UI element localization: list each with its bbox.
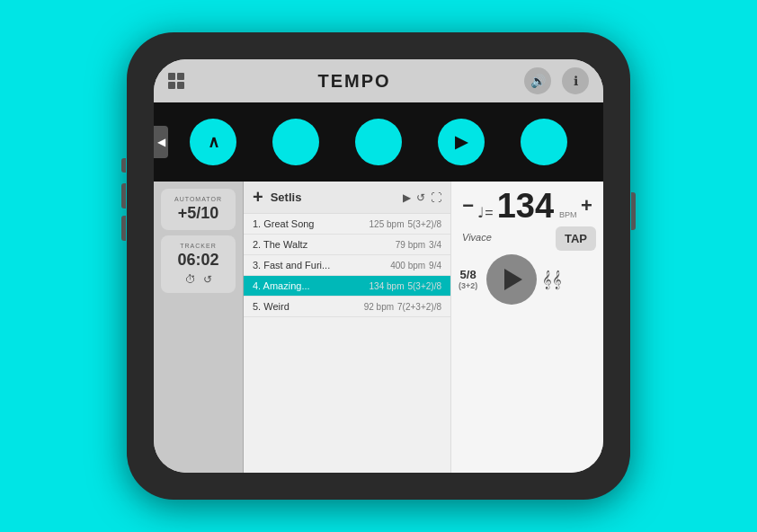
list-item[interactable]: 2. The Waltz 79 bpm 3/4 [244, 235, 450, 255]
tracker-icons: ⏱ ↺ [185, 273, 212, 286]
item-3-meter: 9/4 [429, 261, 441, 270]
bpm-label: BPM [559, 210, 577, 219]
menu-icon[interactable] [168, 73, 184, 89]
dot-1-icon: ∧ [208, 132, 219, 152]
item-3-bpm: 400 bpm [390, 261, 425, 270]
tempo-panel: − ♩= 134 BPM + Vivace TAP 5/8 (3+2) [450, 182, 603, 473]
bpm-center: ♩= 134 BPM [477, 189, 576, 223]
dot-4[interactable]: ▶ [438, 119, 485, 165]
automator-section: AUTOMATOR +5/10 [161, 189, 236, 230]
tracker-value: 06:02 [177, 251, 218, 270]
shuffle-icon[interactable]: ↺ [416, 191, 425, 204]
dot-4-icon: ▶ [455, 132, 468, 152]
setlist-add-button[interactable]: + [253, 187, 263, 208]
top-bar: TEMPO 🔊 ℹ [154, 59, 603, 102]
reset-icon[interactable]: ↺ [203, 273, 212, 286]
phone-frame: TEMPO 🔊 ℹ ◀ ∧ ▶ AUTOMATOR [127, 32, 630, 500]
list-item[interactable]: 5. Weird 92 bpm 7(2+3+2)/8 [244, 297, 450, 317]
dots-area: ◀ ∧ ▶ [154, 102, 603, 182]
list-item[interactable]: 3. Fast and Furi... 400 bpm 9/4 [244, 255, 450, 276]
item-2-meter: 3/4 [429, 240, 441, 250]
dot-3[interactable] [355, 119, 402, 165]
volume-button-up[interactable] [121, 183, 126, 208]
tempo-bottom: 5/8 (3+2) 𝄞𝄞 [459, 254, 596, 305]
left-panel: AUTOMATOR +5/10 TRACKER 06:02 ⏱ ↺ [154, 182, 244, 473]
automator-label: AUTOMATOR [174, 196, 222, 202]
setlist-panel: + Setlis ▶ ↺ ⛶ 1. Great Song 125 bpm 5(3… [244, 182, 450, 473]
tap-button[interactable]: TAP [556, 226, 596, 251]
bpm-number: 134 [497, 189, 554, 223]
meter-top: 5/8 [460, 268, 476, 282]
list-item[interactable]: 1. Great Song 125 bpm 5(3+2)/8 [244, 214, 450, 235]
play-button[interactable] [486, 254, 537, 305]
item-1-meter: 5(3+2)/8 [407, 219, 441, 229]
play-triangle-icon [504, 269, 522, 290]
item-4-name: 4. Amazing... [253, 280, 366, 291]
rhythm-icon[interactable]: 𝄞𝄞 [542, 270, 562, 289]
meter-bottom: (3+2) [459, 281, 477, 291]
expand-icon[interactable]: ⛶ [431, 191, 441, 204]
tracker-label: TRACKER [180, 243, 216, 249]
screen: TEMPO 🔊 ℹ ◀ ∧ ▶ AUTOMATOR [154, 59, 603, 473]
meter-display: 5/8 (3+2) [459, 268, 477, 291]
setlist-controls: ▶ ↺ ⛶ [403, 191, 441, 204]
volume-button-down[interactable] [121, 216, 126, 241]
dot-1[interactable]: ∧ [190, 119, 236, 165]
item-3-name: 3. Fast and Furi... [253, 260, 387, 270]
tracker-section: TRACKER 06:02 ⏱ ↺ [161, 235, 236, 293]
setlist-title: Setlis [271, 191, 302, 204]
bpm-minus-button[interactable]: − [459, 194, 477, 217]
volume-button-top[interactable] [121, 158, 126, 173]
item-5-meter: 7(2+3+2)/8 [397, 302, 441, 312]
automator-value: +5/10 [178, 204, 219, 223]
bpm-display: − ♩= 134 BPM + [459, 189, 596, 223]
item-1-bpm: 125 bpm [370, 219, 405, 229]
item-5-bpm: 92 bpm [364, 302, 394, 312]
volume-icon[interactable]: 🔊 [524, 67, 551, 94]
main-content: AUTOMATOR +5/10 TRACKER 06:02 ⏱ ↺ + Setl… [154, 182, 603, 473]
clock-icon[interactable]: ⏱ [185, 273, 196, 286]
dot-2[interactable] [272, 119, 319, 165]
dot-5[interactable] [521, 119, 567, 165]
top-bar-icons: 🔊 ℹ [524, 67, 589, 94]
item-2-name: 2. The Waltz [253, 239, 392, 250]
tempo-name: Vivace [459, 232, 492, 243]
power-button[interactable] [631, 192, 636, 230]
nav-arrow-left[interactable]: ◀ [154, 126, 168, 158]
app-title: TEMPO [317, 71, 390, 92]
play-list-icon[interactable]: ▶ [403, 191, 411, 204]
item-2-bpm: 79 bpm [396, 240, 425, 250]
note-symbol: ♩= [477, 204, 493, 221]
info-icon[interactable]: ℹ [562, 67, 589, 94]
item-1-name: 1. Great Song [253, 218, 366, 229]
item-5-name: 5. Weird [253, 301, 361, 312]
list-item-active[interactable]: 4. Amazing... 134 bpm 5(3+2)/8 [244, 276, 450, 297]
item-4-bpm: 134 bpm [370, 281, 405, 291]
setlist-header: + Setlis ▶ ↺ ⛶ [244, 182, 450, 214]
bpm-plus-button[interactable]: + [577, 194, 596, 217]
item-4-meter: 5(3+2)/8 [407, 281, 441, 291]
